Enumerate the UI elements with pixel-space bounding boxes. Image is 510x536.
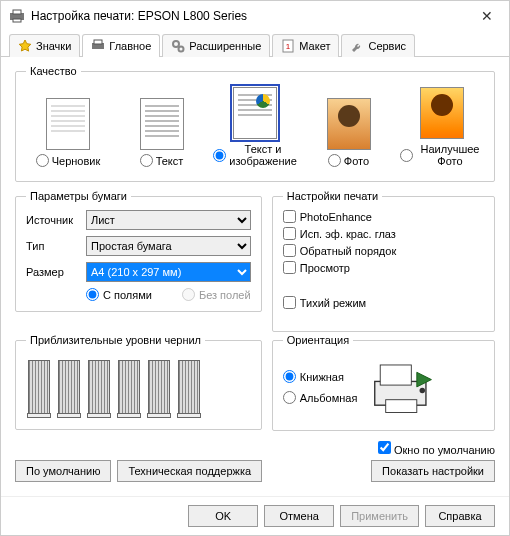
tab-icons-label: Значки bbox=[36, 40, 71, 52]
radio-text[interactable] bbox=[140, 154, 153, 167]
radio-photo[interactable] bbox=[328, 154, 341, 167]
orientation-legend: Ориентация bbox=[283, 334, 353, 346]
chk-redeye[interactable]: Исп. эф. крас. глаз bbox=[283, 227, 484, 240]
chk-quiet[interactable]: Тихий режим bbox=[283, 296, 484, 309]
tab-layout-label: Макет bbox=[299, 40, 330, 52]
radio-draft[interactable] bbox=[36, 154, 49, 167]
ink-cartridge-icon bbox=[178, 360, 200, 416]
ink-group: Приблизительные уровни чернил bbox=[15, 334, 262, 430]
layout-icon: 1 bbox=[281, 39, 295, 53]
apply-button: Применить bbox=[340, 505, 419, 527]
show-settings-button[interactable]: Показать настройки bbox=[371, 460, 495, 482]
printer-icon bbox=[9, 9, 25, 23]
tab-advanced[interactable]: Расширенные bbox=[162, 34, 270, 57]
radio-portrait[interactable]: Книжная bbox=[283, 370, 358, 383]
source-label: Источник bbox=[26, 214, 80, 226]
print-settings-legend: Настройки печати bbox=[283, 190, 383, 202]
svg-rect-10 bbox=[381, 365, 412, 385]
tab-service-label: Сервис bbox=[368, 40, 406, 52]
quality-option-photo[interactable]: Фото bbox=[307, 98, 391, 167]
help-button[interactable]: Справка bbox=[425, 505, 495, 527]
svg-rect-4 bbox=[94, 40, 102, 44]
quality-option-best-photo[interactable]: Наилучшее Фото bbox=[400, 87, 484, 167]
ok-button[interactable]: OK bbox=[188, 505, 258, 527]
thumb-photo-icon bbox=[327, 98, 371, 150]
tab-main-label: Главное bbox=[109, 40, 151, 52]
ink-cartridge-icon bbox=[28, 360, 50, 416]
tabs: Значки Главное Расширенные 1 Макет Серви… bbox=[1, 31, 509, 57]
print-settings-group: Настройки печати PhotoEnhance Исп. эф. к… bbox=[272, 190, 495, 332]
dialog-buttons: OK Отмена Применить Справка bbox=[1, 496, 509, 535]
cancel-button[interactable]: Отмена bbox=[264, 505, 334, 527]
type-select[interactable]: Простая бумага bbox=[86, 236, 251, 256]
svg-rect-11 bbox=[386, 400, 417, 413]
source-select[interactable]: Лист bbox=[86, 210, 251, 230]
ink-levels bbox=[26, 354, 251, 418]
size-select[interactable]: A4 (210 x 297 мм) bbox=[86, 262, 251, 282]
radio-borderless: Без полей bbox=[182, 288, 251, 301]
chk-photoenhance[interactable]: PhotoEnhance bbox=[283, 210, 484, 223]
quality-option-text-image[interactable]: Текст и изображение bbox=[213, 87, 297, 167]
tab-service[interactable]: Сервис bbox=[341, 34, 415, 57]
thumb-bestphoto-icon bbox=[420, 87, 464, 139]
radio-landscape[interactable]: Альбомная bbox=[283, 391, 358, 404]
chk-reverse[interactable]: Обратный порядок bbox=[283, 244, 484, 257]
printer-illustration-icon bbox=[367, 354, 441, 420]
tab-main[interactable]: Главное bbox=[82, 34, 160, 57]
star-icon bbox=[18, 39, 32, 53]
printer-icon bbox=[91, 39, 105, 53]
svg-text:1: 1 bbox=[286, 42, 291, 51]
tab-icons[interactable]: Значки bbox=[9, 34, 80, 57]
thumb-textimage-icon bbox=[233, 87, 277, 139]
size-label: Размер bbox=[26, 266, 80, 278]
svg-rect-2 bbox=[13, 19, 21, 22]
svg-point-6 bbox=[179, 47, 184, 52]
paper-legend: Параметры бумаги bbox=[26, 190, 131, 202]
svg-point-13 bbox=[420, 388, 425, 393]
quality-option-draft[interactable]: Черновик bbox=[26, 98, 110, 167]
ink-cartridge-icon bbox=[58, 360, 80, 416]
inner-footer: По умолчанию Техническая поддержка Показ… bbox=[15, 460, 495, 482]
wrench-icon bbox=[350, 39, 364, 53]
radio-best-photo[interactable] bbox=[400, 149, 413, 162]
support-button[interactable]: Техническая поддержка bbox=[117, 460, 262, 482]
window-title: Настройка печати: EPSON L800 Series bbox=[31, 9, 473, 23]
paper-group: Параметры бумаги Источник Лист Тип Прост… bbox=[15, 190, 262, 312]
radio-with-margins[interactable]: С полями bbox=[86, 288, 152, 301]
titlebar: Настройка печати: EPSON L800 Series ✕ bbox=[1, 1, 509, 31]
quality-option-text[interactable]: Текст bbox=[120, 98, 204, 167]
close-button[interactable]: ✕ bbox=[473, 8, 501, 24]
ink-cartridge-icon bbox=[148, 360, 170, 416]
svg-point-5 bbox=[173, 41, 179, 47]
tab-advanced-label: Расширенные bbox=[189, 40, 261, 52]
radio-text-image[interactable] bbox=[213, 149, 226, 162]
default-button[interactable]: По умолчанию bbox=[15, 460, 111, 482]
tab-layout[interactable]: 1 Макет bbox=[272, 34, 339, 57]
ink-legend: Приблизительные уровни чернил bbox=[26, 334, 205, 346]
tab-content: Качество Черновик Текст Текст и изображе… bbox=[1, 57, 509, 490]
quality-legend: Качество bbox=[26, 65, 81, 77]
thumb-text-icon bbox=[140, 98, 184, 150]
ink-cartridge-icon bbox=[88, 360, 110, 416]
print-settings-window: Настройка печати: EPSON L800 Series ✕ Зн… bbox=[0, 0, 510, 536]
chk-preview[interactable]: Просмотр bbox=[283, 261, 484, 274]
type-label: Тип bbox=[26, 240, 80, 252]
chk-default-window[interactable]: Окно по умолчанию bbox=[378, 441, 495, 456]
orientation-group: Ориентация Книжная Альбомная bbox=[272, 334, 495, 431]
gears-icon bbox=[171, 39, 185, 53]
ink-cartridge-icon bbox=[118, 360, 140, 416]
thumb-draft-icon bbox=[46, 98, 90, 150]
quality-group: Качество Черновик Текст Текст и изображе… bbox=[15, 65, 495, 182]
svg-rect-1 bbox=[13, 10, 21, 14]
